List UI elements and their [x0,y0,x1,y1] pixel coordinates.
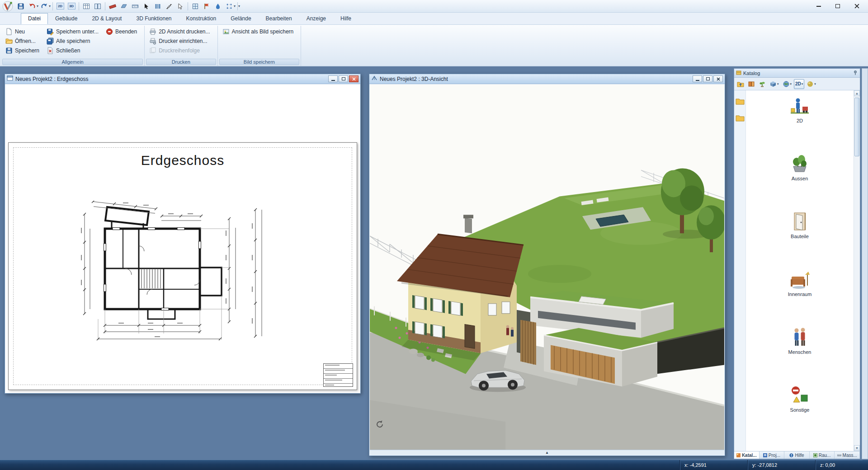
tab-gelaende[interactable]: Gelände [223,13,258,24]
ribbon-button-schliessen[interactable]: Schließen [45,46,102,55]
ribbon-button-drucker-einrichten[interactable]: Drucker einrichten... [147,37,213,46]
plan-minimize-button[interactable] [328,75,338,82]
view3d-close-button[interactable] [713,75,723,82]
catalog-item-innenraum[interactable]: Innenraum [746,268,854,326]
tab-katalog[interactable]: Katal... [734,451,760,459]
ribbon-button-alle-speichern[interactable]: Alle speichern [45,37,102,46]
pointer-tool-icon[interactable] [175,1,186,11]
materials-category-icon[interactable]: ▾ [805,79,817,89]
undo-icon[interactable] [27,1,38,11]
undo-dropdown-icon[interactable]: ▾ [37,4,38,8]
window-element-icon[interactable] [190,1,201,11]
plan-window-titlebar[interactable]: Neues Projekt2 : Erdgeschoss [5,74,360,84]
components-category-icon[interactable]: ▾ [768,79,780,89]
symbols-2d-button[interactable]: 2D▾ [794,79,804,89]
tab-konstruktion[interactable]: Konstruktion [179,13,224,24]
folder-icon[interactable] [736,98,745,106]
plants-category-icon[interactable] [757,79,767,89]
thumbnail-bauteile-icon [789,211,811,232]
paint-tool-icon[interactable] [212,1,223,11]
tab-hilfe[interactable]: Hilfe [333,13,359,24]
tab-anzeige[interactable]: Anzeige [299,13,333,24]
plan-canvas[interactable]: Erdgeschoss [5,85,360,393]
exit-icon [106,28,113,35]
tab-masse[interactable]: Mass... [835,451,860,459]
tab-3d-funktionen[interactable]: 3D Funktionen [129,13,179,24]
catalog-book-icon[interactable] [746,79,756,89]
thumbnail-sonstige-icon [789,384,811,406]
scroll-down-icon[interactable]: ▼ [854,445,860,451]
render-3d-scene [370,85,724,450]
ribbon-button-2d-drucken[interactable]: 2D Ansicht drucken... [147,27,213,36]
scrollbar-thumb[interactable] [854,98,859,156]
caption-buttons [809,1,866,12]
tab-bearbeiten[interactable]: Bearbeiten [259,13,299,24]
catalog-item-bauteile[interactable]: Bauteile [746,211,854,268]
tab-datei[interactable]: Datei [21,13,48,24]
grid-snap-icon[interactable] [224,1,235,11]
view3d-minimize-button[interactable] [693,75,702,82]
column-tool-icon[interactable] [152,1,163,11]
view-3d-icon[interactable]: 3D [66,1,77,11]
ribbon-tab-row: Datei Gebäude 2D & Layout 3D Funktionen … [0,13,868,25]
catalog-icon [736,70,741,76]
plan-close-button[interactable] [349,75,359,82]
catalog-item-label: 2D [797,118,803,123]
tab-gebaeude[interactable]: Gebäude [48,13,85,24]
scroll-up-icon[interactable]: ▲ [854,90,860,96]
select-tool-icon[interactable] [141,1,152,11]
ribbon-button-speichern-unter[interactable]: Speichern unter... [45,27,102,36]
plan-restore-button[interactable] [339,75,348,82]
splitter-arrow-icon[interactable]: ▲ [545,451,549,455]
save-icon[interactable] [15,1,26,11]
ribbon-button-neu[interactable]: Neu [4,27,43,36]
pin-icon[interactable] [853,70,858,76]
toolbar-separator [105,2,105,10]
mdi-workspace: Neues Projekt2 : Erdgeschoss Erdgeschoss [0,66,868,460]
horizontal-scrollbar[interactable]: ▲ [370,450,724,455]
view3d-window[interactable]: Neues Projekt2 : 3D-Ansicht [369,74,725,456]
catalog-scrollbar[interactable]: ▲ ▼ [854,90,860,451]
stairs-tool-icon[interactable] [164,1,175,11]
flag-tool-icon[interactable] [201,1,212,11]
catalog-item-aussen[interactable]: Aussen [746,153,854,211]
catalog-item-sonstige[interactable]: Sonstige [746,384,854,442]
rotate-view-icon[interactable] [375,420,384,429]
tab-projekt[interactable]: Proj... [760,451,785,459]
view3d-window-titlebar[interactable]: Neues Projekt2 : 3D-Ansicht [369,74,725,84]
wall-tool-icon[interactable] [107,1,118,11]
tile-windows-icon[interactable] [92,1,103,11]
table-view-icon[interactable] [81,1,92,11]
ribbon-button-oeffnen[interactable]: Öffnen... [4,37,43,46]
toolbar-overflow-icon[interactable]: ▾ [238,4,240,8]
view3d-restore-button[interactable] [703,75,712,82]
minimize-button[interactable] [809,1,828,12]
surface-tool-icon[interactable] [118,1,129,11]
tab-hilfe-panel[interactable]: Hilfe [784,451,810,459]
button-label: Ansicht als Bild speichern [232,28,294,35]
view3d-canvas[interactable]: ▲ [370,85,724,455]
redo-dropdown-icon[interactable]: ▾ [49,4,51,8]
catalog-header[interactable]: Katalog [734,69,860,78]
maximize-button[interactable] [828,1,847,12]
tab-2d-layout[interactable]: 2D & Layout [85,13,129,24]
catalog-item-menschen[interactable]: Menschen [746,326,854,384]
dimension-tool-icon[interactable] [130,1,141,11]
catalog-item-label: Innenraum [788,291,812,297]
ribbon-button-beenden[interactable]: Beenden [104,27,141,36]
grid-dropdown-icon[interactable]: ▾ [234,4,236,8]
folder-icon[interactable] [736,114,745,123]
status-x-coordinate: x: -4,2591 [679,460,747,470]
title-block [323,363,353,387]
redo-icon[interactable] [39,1,50,11]
folder-up-icon[interactable] [736,79,745,89]
toolbar-separator [237,2,238,10]
plan-window[interactable]: Neues Projekt2 : Erdgeschoss Erdgeschoss [5,74,361,394]
ribbon-button-ansicht-als-bild[interactable]: Ansicht als Bild speichern [221,27,297,36]
objects-globe-icon[interactable]: ▾ [781,79,793,89]
tab-raeume[interactable]: Rau... [810,451,835,459]
ribbon-button-speichern[interactable]: Speichern [4,46,43,55]
catalog-item-2d[interactable]: 2D [746,95,854,153]
view-2d-icon[interactable]: 2D [55,1,66,11]
close-button[interactable] [847,1,866,12]
